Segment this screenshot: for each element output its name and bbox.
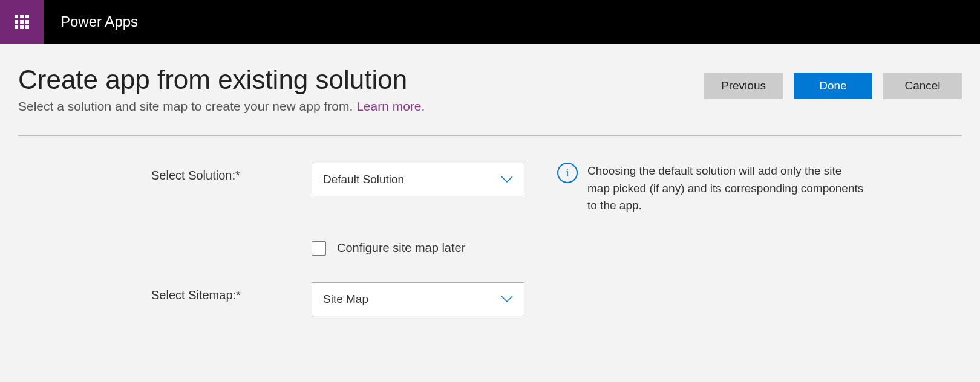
info-text: Choosing the default solution will add o…	[587, 163, 867, 215]
info-icon: i	[557, 163, 578, 183]
form-area: Select Solution:* Default Solution i Cho…	[18, 136, 962, 316]
chevron-down-icon	[501, 293, 513, 306]
configure-later-row: Configure site map later	[18, 241, 962, 256]
button-row: Previous Done Cancel	[704, 73, 962, 99]
configure-later-checkbox[interactable]	[312, 241, 326, 256]
app-launcher-button[interactable]	[0, 0, 44, 44]
page-content: Create app from existing solution Select…	[0, 44, 980, 340]
configure-later-label: Configure site map later	[337, 241, 465, 255]
sitemap-select[interactable]: Site Map	[312, 282, 524, 316]
sitemap-label: Select Sitemap:*	[18, 282, 312, 302]
sitemap-control-col: Site Map	[312, 282, 528, 316]
learn-more-link[interactable]: Learn more.	[356, 99, 425, 113]
info-col: i Choosing the default solution will add…	[528, 163, 867, 215]
solution-row: Select Solution:* Default Solution i Cho…	[18, 163, 962, 215]
configure-later-col: Configure site map later	[312, 241, 528, 256]
top-bar: Power Apps	[0, 0, 980, 44]
solution-select-value: Default Solution	[323, 173, 404, 186]
waffle-icon	[15, 15, 29, 29]
sitemap-row: Select Sitemap:* Site Map	[18, 282, 962, 316]
solution-select[interactable]: Default Solution	[312, 163, 524, 196]
app-name: Power Apps	[60, 13, 138, 30]
subtitle-text: Select a solution and site map to create…	[18, 99, 356, 113]
cancel-button[interactable]: Cancel	[883, 73, 962, 99]
spacer-label	[18, 241, 312, 247]
title-block: Create app from existing solution Select…	[18, 65, 425, 114]
done-button[interactable]: Done	[794, 73, 872, 99]
sitemap-select-value: Site Map	[323, 293, 368, 306]
page-title: Create app from existing solution	[18, 65, 425, 94]
previous-button[interactable]: Previous	[704, 73, 783, 99]
configure-later-checkbox-row: Configure site map later	[312, 241, 528, 256]
solution-control-col: Default Solution	[312, 163, 528, 196]
solution-label: Select Solution:*	[18, 163, 312, 183]
page-header: Create app from existing solution Select…	[18, 65, 962, 136]
chevron-down-icon	[501, 173, 513, 186]
page-subtitle: Select a solution and site map to create…	[18, 99, 425, 114]
